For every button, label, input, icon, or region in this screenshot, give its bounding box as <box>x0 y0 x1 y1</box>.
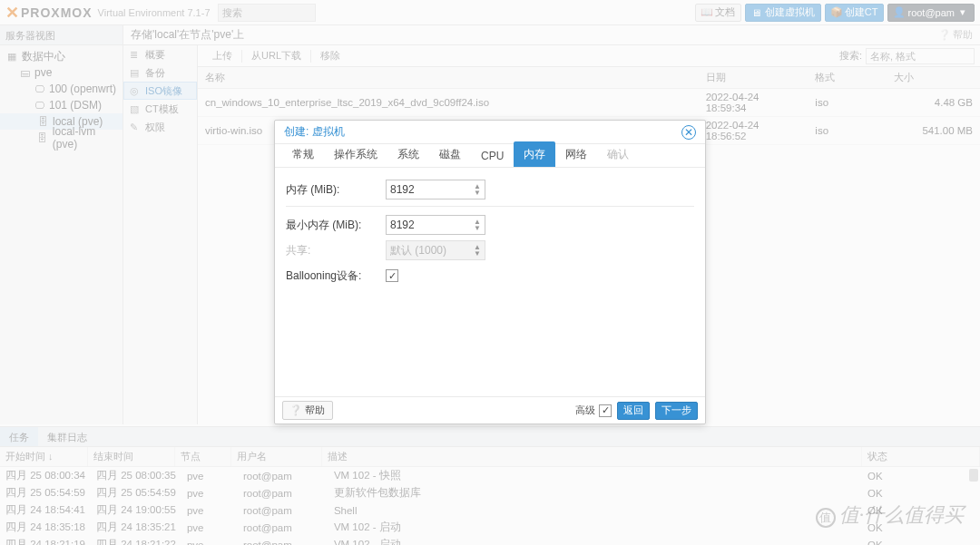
memory-label: 内存 (MiB): <box>286 182 386 198</box>
modal-tab-内存[interactable]: 内存 <box>514 141 555 167</box>
balloon-checkbox[interactable]: ✓ <box>386 269 398 282</box>
close-button[interactable]: ✕ <box>681 125 696 140</box>
help-icon: ❔ <box>290 405 301 416</box>
modal-tab-确认: 确认 <box>597 141 639 167</box>
shares-label: 共享: <box>286 243 386 258</box>
advanced-checkbox[interactable]: ✓ <box>599 404 612 417</box>
min-memory-label: 最小内存 (MiB): <box>286 218 386 233</box>
modal-tab-CPU[interactable]: CPU <box>471 144 514 167</box>
back-button[interactable]: 返回 <box>617 402 650 420</box>
modal-tab-网络[interactable]: 网络 <box>555 141 597 167</box>
balloon-label: Ballooning设备: <box>286 268 386 284</box>
advanced-toggle[interactable]: 高级✓ <box>575 404 612 417</box>
modal-tab-操作系统[interactable]: 操作系统 <box>324 141 387 167</box>
create-vm-modal: 创建: 虚拟机 ✕ 常规操作系统系统磁盘CPU内存网络确认 内存 (MiB): … <box>274 120 706 424</box>
spinner-arrows-icon[interactable]: ▲▼ <box>472 217 483 233</box>
modal-tab-磁盘[interactable]: 磁盘 <box>429 141 471 167</box>
memory-input[interactable]: 8192▲▼ <box>386 180 485 200</box>
modal-tab-系统[interactable]: 系统 <box>387 141 429 167</box>
modal-help-button[interactable]: ❔帮助 <box>282 401 333 420</box>
next-button[interactable]: 下一步 <box>655 402 698 420</box>
shares-input: 默认 (1000)▲▼ <box>386 240 485 260</box>
modal-tab-常规[interactable]: 常规 <box>282 141 324 167</box>
min-memory-input[interactable]: 8192▲▼ <box>386 215 485 235</box>
spinner-arrows-icon[interactable]: ▲▼ <box>472 181 483 198</box>
modal-title: 创建: 虚拟机 <box>284 124 345 140</box>
